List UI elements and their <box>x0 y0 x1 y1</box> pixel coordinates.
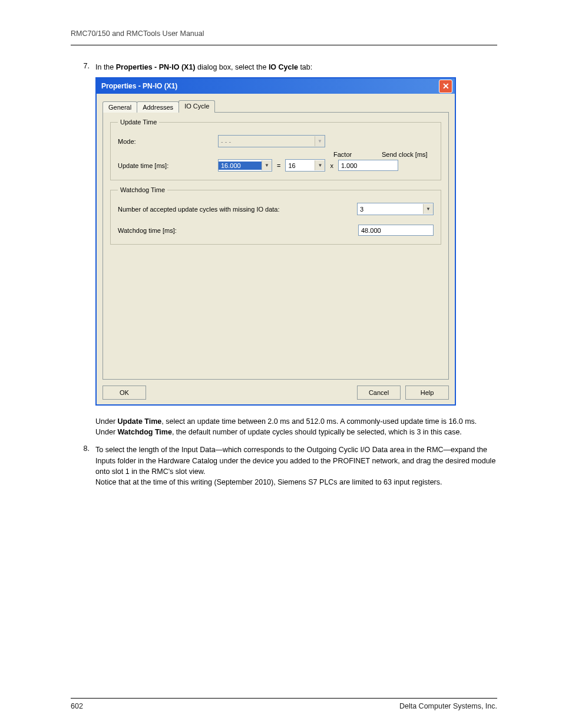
content: 7. In the Properties - PN-IO (X1) dialog… <box>71 62 497 698</box>
mode-select: - - - ▼ <box>218 135 325 147</box>
group-watchdog-time: Watchdog Time Number of accepted update … <box>110 186 441 245</box>
window-title: Properties - PN-IO (X1) <box>101 82 177 90</box>
step-8-text: To select the length of the Input Data—w… <box>95 444 497 476</box>
cycles-value: 3 <box>358 206 423 213</box>
equals-sign: = <box>272 162 285 169</box>
text: tab: <box>298 63 312 71</box>
chevron-down-icon[interactable]: ▼ <box>262 160 272 170</box>
tab-general[interactable]: General <box>103 101 137 113</box>
help-button[interactable]: Help <box>405 386 449 400</box>
factor-value: 16 <box>286 162 315 169</box>
company-name: Delta Computer Systems, Inc. <box>399 702 497 710</box>
cycles-label: Number of accepted update cycles with mi… <box>118 206 357 213</box>
step-7-intro: In the Properties - PN-IO (X1) dialog bo… <box>95 62 497 73</box>
tab-addresses[interactable]: Addresses <box>137 101 179 113</box>
group-update-time: Update Time Mode: - - - ▼ <box>110 118 441 180</box>
group-legend: Watchdog Time <box>118 186 167 193</box>
ok-button[interactable]: OK <box>103 386 146 400</box>
footer-divider: 602 Delta Computer Systems, Inc. <box>71 698 497 710</box>
text: dialog box, select the <box>196 63 269 71</box>
text-bold: IO Cycle <box>269 63 298 71</box>
step-7-note-update: Under Update Time, select an update time… <box>95 416 497 427</box>
tab-io-cycle[interactable]: IO Cycle <box>178 100 215 113</box>
step-number: 8. <box>71 444 95 487</box>
text: Under <box>95 417 118 426</box>
text: In the <box>95 63 116 71</box>
text-bold: Update Time <box>118 417 162 426</box>
sendclock-value: 1.000 <box>338 160 398 171</box>
factor-header: Factor <box>333 151 372 158</box>
header-divider <box>71 45 497 45</box>
step-7-note-watchdog: Under Watchdog Time, the default number … <box>95 427 497 437</box>
cancel-button[interactable]: Cancel <box>357 386 401 400</box>
dialog-window: Properties - PN-IO (X1) ✕ General Addres… <box>95 77 456 406</box>
update-time-select[interactable]: 16.000 ▼ <box>218 159 272 172</box>
watchdog-time-label: Watchdog time [ms]: <box>118 227 358 234</box>
update-time-value: 16.000 <box>219 162 262 170</box>
chevron-down-icon[interactable]: ▼ <box>315 160 325 170</box>
page-header: RMC70/150 and RMCTools User Manual <box>71 29 497 41</box>
step-8-notice: Notice that at the time of this writing … <box>95 477 497 487</box>
text: , the default number of update cycles sh… <box>172 428 462 436</box>
sendclock-header: Send clock [ms] <box>382 151 428 158</box>
mode-label: Mode: <box>118 138 218 145</box>
group-legend: Update Time <box>118 118 159 126</box>
times-sign: x <box>325 162 338 169</box>
chevron-down-icon: ▼ <box>315 136 325 146</box>
close-icon: ✕ <box>442 82 449 90</box>
text: , select an update time between 2.0 ms a… <box>161 417 477 426</box>
tab-panel-io-cycle: Update Time Mode: - - - ▼ <box>103 112 449 380</box>
mode-value: - - - <box>219 138 315 145</box>
text: Under <box>95 428 118 436</box>
close-button[interactable]: ✕ <box>439 80 452 93</box>
chevron-down-icon[interactable]: ▼ <box>423 204 433 214</box>
page-number: 602 <box>71 702 83 710</box>
tab-strip: General Addresses IO Cycle <box>103 100 449 113</box>
step-number: 7. <box>71 62 95 437</box>
watchdog-time-value: 48.000 <box>358 225 434 236</box>
text-bold: Watchdog Time <box>118 428 172 436</box>
cycles-select[interactable]: 3 ▼ <box>357 203 434 215</box>
update-time-label: Update time [ms]: <box>118 162 218 169</box>
titlebar[interactable]: Properties - PN-IO (X1) ✕ <box>97 78 455 94</box>
factor-select[interactable]: 16 ▼ <box>285 159 325 172</box>
text-bold: Properties - PN-IO (X1) <box>116 63 196 71</box>
